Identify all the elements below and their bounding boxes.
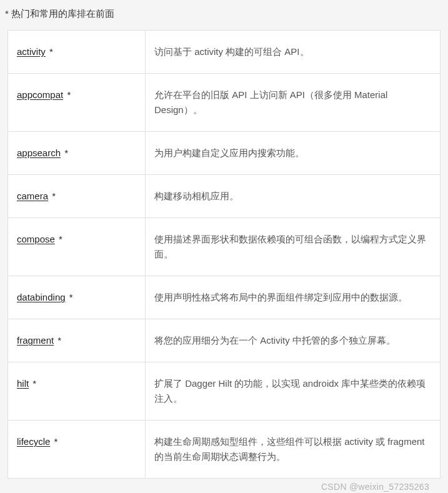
- table-row: hilt * 扩展了 Dagger Hilt 的功能，以实现 androidx …: [8, 362, 441, 421]
- library-name-cell: appcompat *: [8, 74, 146, 132]
- library-desc: 为用户构建自定义应用内搜索功能。: [146, 132, 441, 175]
- library-desc: 将您的应用细分为在一个 Activity 中托管的多个独立屏幕。: [146, 319, 441, 362]
- library-desc: 允许在平台的旧版 API 上访问新 API（很多使用 Material Desi…: [146, 74, 441, 132]
- library-name-cell: hilt *: [8, 362, 146, 421]
- table-row: compose * 使用描述界面形状和数据依赖项的可组合函数，以编程方式定义界面…: [8, 218, 441, 276]
- library-desc: 构建生命周期感知型组件，这些组件可以根据 activity 或 fragment…: [146, 421, 441, 479]
- star-icon: *: [62, 147, 68, 158]
- star-icon: *: [49, 191, 56, 201]
- library-link-databinding[interactable]: databinding: [17, 292, 66, 302]
- libraries-table-wrap: activity * 访问基于 activity 构建的可组合 API。 app…: [0, 30, 448, 487]
- table-row: appcompat * 允许在平台的旧版 API 上访问新 API（很多使用 M…: [8, 74, 441, 132]
- table-row: lifecycle * 构建生命周期感知型组件，这些组件可以根据 activit…: [8, 421, 441, 479]
- table-row: activity * 访问基于 activity 构建的可组合 API。: [8, 31, 441, 74]
- library-link-fragment[interactable]: fragment: [17, 335, 54, 346]
- library-name-cell: compose *: [8, 218, 146, 276]
- libraries-table: activity * 访问基于 activity 构建的可组合 API。 app…: [7, 30, 441, 479]
- library-name-cell: activity *: [8, 31, 146, 74]
- star-icon: *: [67, 292, 73, 302]
- table-row: databinding * 使用声明性格式将布局中的界面组件绑定到应用中的数据源…: [8, 276, 441, 319]
- table-row: fragment * 将您的应用细分为在一个 Activity 中托管的多个独立…: [8, 319, 441, 362]
- library-name-cell: camera *: [8, 175, 146, 218]
- library-name-cell: fragment *: [8, 319, 146, 362]
- library-desc: 访问基于 activity 构建的可组合 API。: [146, 31, 441, 74]
- star-icon: *: [47, 46, 53, 57]
- library-name-cell: databinding *: [8, 276, 146, 319]
- library-link-hilt[interactable]: hilt: [17, 378, 29, 389]
- star-icon: *: [51, 436, 57, 447]
- star-icon: *: [30, 378, 36, 389]
- star-icon: *: [55, 335, 61, 346]
- table-row: camera * 构建移动相机应用。: [8, 175, 441, 218]
- library-link-activity[interactable]: activity: [17, 46, 46, 57]
- library-desc: 使用声明性格式将布局中的界面组件绑定到应用中的数据源。: [146, 276, 441, 319]
- header-note: * 热门和常用的库排在前面: [0, 0, 448, 30]
- library-link-appcompat[interactable]: appcompat: [17, 89, 63, 100]
- library-link-compose[interactable]: compose: [17, 234, 55, 244]
- library-link-appsearch[interactable]: appsearch: [17, 147, 61, 158]
- library-desc: 使用描述界面形状和数据依赖项的可组合函数，以编程方式定义界面。: [146, 218, 441, 276]
- star-icon: *: [56, 234, 62, 244]
- library-name-cell: appsearch *: [8, 132, 146, 175]
- table-row: appsearch * 为用户构建自定义应用内搜索功能。: [8, 132, 441, 175]
- library-link-camera[interactable]: camera: [17, 191, 48, 201]
- library-desc: 构建移动相机应用。: [146, 175, 441, 218]
- library-link-lifecycle[interactable]: lifecycle: [17, 436, 50, 447]
- library-desc: 扩展了 Dagger Hilt 的功能，以实现 androidx 库中某些类的依…: [146, 362, 441, 421]
- library-name-cell: lifecycle *: [8, 421, 146, 479]
- star-icon: *: [64, 89, 71, 100]
